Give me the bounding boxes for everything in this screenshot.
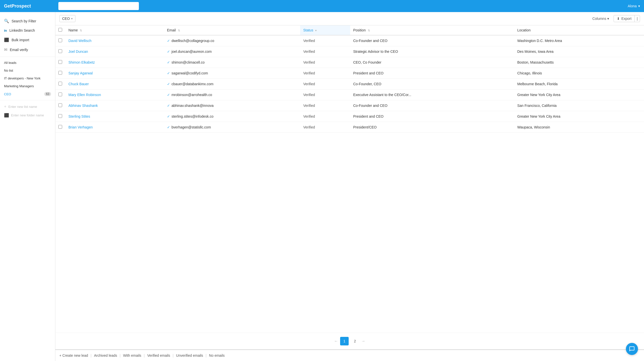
row-checkbox-5[interactable]	[58, 93, 62, 96]
table-toolbar: CEO ▾ Columns ▾ ⬇ Export |	[55, 12, 644, 25]
row-email: ✓ sagarwal@codifyd.com	[164, 68, 300, 79]
row-position: Executive Assistant to the CEO/Cor...	[350, 89, 514, 100]
columns-chevron-icon: ▾	[607, 17, 609, 21]
sidebar-list-it-developers[interactable]: IT developers - New York	[0, 74, 55, 82]
next-page-button[interactable]: →	[361, 339, 365, 343]
table-row: Sanjay Agarwal ✓ sagarwal@codifyd.com Ve…	[55, 68, 644, 79]
separator-4: |	[173, 353, 174, 357]
sidebar-item-email-verify[interactable]: ✉ Email verify	[0, 45, 55, 55]
row-checkbox-cell	[55, 89, 65, 100]
verified-email-icon: ✓	[167, 60, 170, 64]
row-checkbox-0[interactable]	[58, 38, 62, 42]
sidebar-no-list[interactable]: No list	[0, 67, 55, 74]
row-name[interactable]: Joel Duncan	[65, 46, 164, 57]
leads-table-body: David Wellisch ✓ dwellisch@collagegroup.…	[55, 35, 644, 133]
separator-5: |	[206, 353, 207, 357]
chat-icon	[629, 346, 635, 352]
add-folder-icon: ⬛	[4, 113, 9, 118]
verified-emails-link[interactable]: Verified emails	[147, 353, 170, 357]
email-value: joel.duncan@aureon.com	[172, 50, 212, 54]
unverified-emails-link[interactable]: Unverified emails	[176, 353, 203, 357]
prev-page-button[interactable]: ←	[334, 339, 338, 343]
table-row: Shimon Elkabetz ✓ shimon@climacell.co Ve…	[55, 57, 644, 68]
header-email[interactable]: Email ⇅	[164, 25, 300, 35]
row-status: Verified	[300, 57, 350, 68]
row-email: ✓ shimon@climacell.co	[164, 57, 300, 68]
verified-email-icon: ✓	[167, 104, 170, 108]
sidebar-item-linkedin-search[interactable]: in LinkedIn Search	[0, 26, 55, 35]
add-list-input[interactable]: + Enter new list name	[0, 102, 55, 111]
separator-1: |	[91, 353, 92, 357]
sidebar-item-bulk-import[interactable]: ⬛ Bulk import	[0, 35, 55, 45]
sidebar-item-label: Email verify	[10, 48, 28, 52]
row-name[interactable]: Abhinav Shashank	[65, 100, 164, 111]
row-name[interactable]: Chuck Bauer	[65, 79, 164, 89]
page-2-button[interactable]: 2	[351, 337, 359, 345]
header-name[interactable]: Name ⇅	[65, 25, 164, 35]
row-location: Des Moines, Iowa Area	[514, 46, 644, 57]
table-header-row: Name ⇅ Email ⇅ Status ▾ Position	[55, 25, 644, 35]
with-emails-link[interactable]: With emails	[123, 353, 141, 357]
sidebar-divider-2	[0, 100, 55, 100]
user-menu[interactable]: Alona ▾	[628, 4, 640, 8]
filter-tag-ceo[interactable]: CEO ▾	[59, 15, 75, 22]
row-checkbox-2[interactable]	[58, 60, 62, 64]
filter-label: CEO	[62, 17, 70, 21]
row-name[interactable]: Shimon Elkabetz	[65, 57, 164, 68]
sidebar-list-marketing-managers[interactable]: Marketing Managers	[0, 82, 55, 90]
sidebar-item-label: Search by Filter	[12, 19, 36, 23]
page-1-button[interactable]: 1	[340, 337, 349, 345]
verified-email-icon: ✓	[167, 82, 170, 86]
export-button[interactable]: ⬇ Export	[614, 15, 634, 22]
sidebar-item-search-by-filter[interactable]: 🔍 Search by Filter	[0, 16, 55, 26]
row-email: ✓ abhinav.shashank@innova	[164, 100, 300, 111]
row-email: ✓ cbauer@databankimx.com	[164, 79, 300, 89]
name-sort-icon: ⇅	[80, 29, 82, 32]
table-row: Mary Ellen Robinson ✓ mrobinson@arroheal…	[55, 89, 644, 100]
verified-email-icon: ✓	[167, 93, 170, 97]
create-new-lead-link[interactable]: + Create new lead	[59, 353, 88, 357]
row-checkbox-7[interactable]	[58, 114, 62, 118]
row-name[interactable]: Sterling Stites	[65, 111, 164, 122]
email-sort-icon: ⇅	[178, 29, 180, 32]
table-row: Brian Verhagen ✓ bverhagen@statisllc.com…	[55, 122, 644, 133]
position-sort-icon: ⇅	[368, 29, 370, 32]
row-name[interactable]: Brian Verhagen	[65, 122, 164, 133]
no-emails-link[interactable]: No emails	[209, 353, 225, 357]
row-name[interactable]: David Wellisch	[65, 35, 164, 46]
sidebar-item-label: Bulk import	[12, 38, 29, 42]
ceo-count-badge: 63	[44, 92, 51, 96]
row-checkbox-3[interactable]	[58, 71, 62, 75]
row-checkbox-1[interactable]	[58, 49, 62, 53]
row-checkbox-8[interactable]	[58, 125, 62, 129]
export-dropdown-button[interactable]: |	[634, 15, 640, 22]
add-list-icon: +	[4, 104, 6, 109]
chat-fab-button[interactable]	[626, 343, 638, 355]
row-status: Verified	[300, 68, 350, 79]
email-value: sterling.stites@infodesk.co	[172, 114, 214, 118]
add-folder-input[interactable]: ⬛ Enter new folder name	[0, 111, 55, 120]
header-position[interactable]: Position ⇅	[350, 25, 514, 35]
columns-button[interactable]: Columns ▾	[590, 15, 612, 22]
sidebar-list-ceo[interactable]: CEO 63	[0, 90, 55, 98]
user-name: Alona	[628, 4, 637, 8]
row-checkbox-cell	[55, 100, 65, 111]
email-value: mrobinson@arrohealth.co	[172, 93, 212, 97]
select-all-checkbox[interactable]	[58, 28, 62, 32]
row-status: Verified	[300, 111, 350, 122]
archived-leads-link[interactable]: Archived leads	[94, 353, 117, 357]
row-location: Waupaca, Wisconsin	[514, 122, 644, 133]
verified-email-icon: ✓	[167, 50, 170, 54]
row-location: San Francisco, California	[514, 100, 644, 111]
row-email: ✓ sterling.stites@infodesk.co	[164, 111, 300, 122]
create-lead-label: + Create new lead	[59, 353, 88, 357]
row-name[interactable]: Mary Ellen Robinson	[65, 89, 164, 100]
table-row: Joel Duncan ✓ joel.duncan@aureon.com Ver…	[55, 46, 644, 57]
global-search-input[interactable]	[58, 2, 139, 10]
header-status[interactable]: Status ▾	[300, 25, 350, 35]
leads-table: Name ⇅ Email ⇅ Status ▾ Position	[55, 25, 644, 133]
row-checkbox-6[interactable]	[58, 103, 62, 107]
sidebar-all-leads[interactable]: All leads	[0, 59, 55, 67]
row-name[interactable]: Sanjay Agarwal	[65, 68, 164, 79]
row-checkbox-4[interactable]	[58, 82, 62, 85]
